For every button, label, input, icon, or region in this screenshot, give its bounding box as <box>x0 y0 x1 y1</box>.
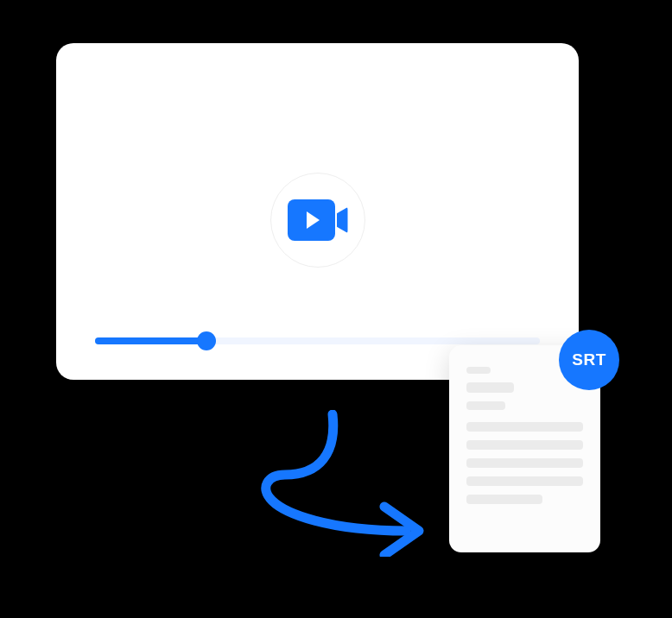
srt-document-card: SRT <box>449 345 600 552</box>
progress-thumb[interactable] <box>197 331 216 350</box>
progress-fill <box>95 337 206 344</box>
video-camera-icon <box>288 199 348 241</box>
document-text-line <box>466 458 583 468</box>
srt-badge: SRT <box>559 330 619 390</box>
document-text-line <box>466 367 491 374</box>
video-player-card <box>56 43 579 380</box>
document-text-line <box>466 382 514 393</box>
document-text-line <box>466 476 583 486</box>
document-text-line <box>466 401 505 410</box>
srt-badge-label: SRT <box>572 350 606 369</box>
conversion-arrow-icon <box>233 410 449 557</box>
progress-track <box>95 337 540 344</box>
document-text-line <box>466 495 542 504</box>
document-text-line <box>466 440 583 450</box>
play-button[interactable] <box>270 173 365 268</box>
document-text-line <box>466 422 583 432</box>
